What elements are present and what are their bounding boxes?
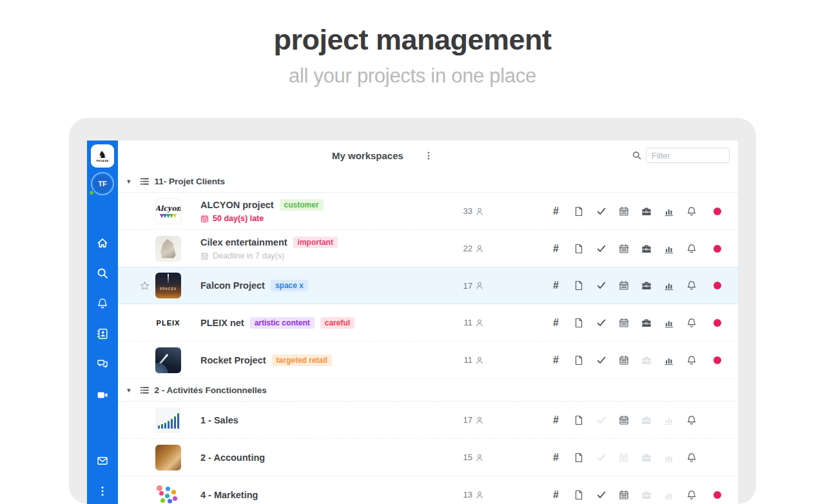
bell-icon[interactable] bbox=[680, 452, 703, 463]
check-icon[interactable] bbox=[590, 452, 612, 463]
document-icon[interactable] bbox=[567, 244, 590, 254]
check-icon[interactable] bbox=[590, 244, 612, 254]
sidebar-more-icon[interactable] bbox=[87, 485, 118, 497]
chart-icon[interactable] bbox=[657, 355, 680, 365]
check-icon[interactable] bbox=[590, 318, 612, 328]
document-icon[interactable] bbox=[567, 355, 590, 365]
project-tag[interactable]: space x bbox=[271, 280, 308, 291]
bell-icon[interactable] bbox=[680, 244, 703, 254]
status-dot[interactable] bbox=[713, 282, 721, 289]
sidebar-search-icon[interactable] bbox=[87, 267, 118, 279]
briefcase-icon[interactable] bbox=[635, 244, 657, 254]
workspace-menu-icon[interactable]: ⋮ bbox=[424, 151, 433, 160]
status-dot[interactable] bbox=[713, 245, 721, 253]
project-row[interactable]: Alcyon ALCYON projectcustomer 50 day(s) … bbox=[118, 193, 738, 230]
briefcase-icon[interactable] bbox=[635, 490, 657, 500]
chart-icon[interactable] bbox=[657, 206, 680, 217]
check-icon[interactable] bbox=[590, 206, 612, 217]
group-header[interactable]: ▾ 2 - Activités Fonctionnelles bbox=[118, 379, 738, 402]
project-thumbnail[interactable] bbox=[155, 236, 181, 262]
hash-icon[interactable]: # bbox=[545, 489, 567, 501]
sidebar-home-icon[interactable] bbox=[87, 237, 118, 249]
sidebar-chat-icon[interactable] bbox=[87, 358, 118, 370]
bell-icon[interactable] bbox=[680, 490, 703, 500]
briefcase-icon[interactable] bbox=[635, 452, 657, 463]
chart-icon[interactable] bbox=[657, 452, 680, 463]
hash-icon[interactable]: # bbox=[545, 206, 567, 217]
calendar-icon[interactable] bbox=[612, 280, 635, 291]
group-header[interactable]: ▾ 11- Projet Clients bbox=[118, 170, 738, 193]
chart-icon[interactable] bbox=[657, 318, 680, 328]
bell-icon[interactable] bbox=[680, 355, 703, 365]
project-tag[interactable]: careful bbox=[320, 317, 354, 329]
project-row[interactable]: SPACEXFalcon Projectspace x 17# bbox=[118, 267, 738, 304]
project-thumbnail[interactable]: PLEIX bbox=[155, 310, 181, 336]
document-icon[interactable] bbox=[567, 452, 590, 463]
bell-icon[interactable] bbox=[680, 206, 703, 217]
project-row[interactable]: 2 - Accounting 15# bbox=[118, 439, 738, 476]
collapse-caret-icon[interactable]: ▾ bbox=[127, 386, 131, 394]
project-row[interactable]: PLEIXPLEIX netartistic contentcareful 11… bbox=[118, 304, 738, 342]
project-thumbnail[interactable] bbox=[155, 445, 181, 470]
hash-icon[interactable]: # bbox=[545, 354, 567, 366]
sidebar-bell-icon[interactable] bbox=[87, 298, 118, 309]
document-icon[interactable] bbox=[567, 318, 590, 328]
status-dot[interactable] bbox=[713, 319, 721, 327]
document-icon[interactable] bbox=[567, 415, 590, 425]
project-thumbnail[interactable] bbox=[155, 482, 181, 504]
briefcase-icon[interactable] bbox=[635, 318, 657, 328]
check-icon[interactable] bbox=[590, 280, 612, 291]
calendar-icon[interactable] bbox=[612, 206, 635, 217]
sidebar-contacts-icon[interactable] bbox=[87, 328, 118, 340]
briefcase-icon[interactable] bbox=[635, 280, 657, 291]
hash-icon[interactable]: # bbox=[545, 317, 567, 329]
project-row[interactable]: Cilex entertainmentimportant Deadline in… bbox=[118, 230, 738, 267]
hash-icon[interactable]: # bbox=[545, 280, 567, 291]
check-icon[interactable] bbox=[590, 415, 612, 425]
project-row[interactable]: Rocket Projecttargeted retail 11# bbox=[118, 342, 738, 379]
calendar-icon[interactable] bbox=[612, 415, 635, 425]
project-tag[interactable]: customer bbox=[280, 199, 324, 211]
hash-icon[interactable]: # bbox=[545, 243, 567, 255]
project-tag[interactable]: important bbox=[293, 237, 338, 248]
calendar-icon[interactable] bbox=[612, 452, 635, 463]
hash-icon[interactable]: # bbox=[545, 452, 567, 463]
check-icon[interactable] bbox=[590, 490, 612, 500]
filter-input[interactable] bbox=[646, 148, 730, 163]
project-thumbnail[interactable] bbox=[155, 407, 181, 433]
chart-icon[interactable] bbox=[657, 490, 680, 500]
sidebar-mail-icon[interactable] bbox=[87, 455, 118, 467]
project-row[interactable]: 4 - Marketing 13# bbox=[118, 476, 738, 504]
calendar-icon[interactable] bbox=[612, 318, 635, 328]
briefcase-icon[interactable] bbox=[635, 415, 657, 425]
chart-icon[interactable] bbox=[657, 280, 680, 291]
check-icon[interactable] bbox=[590, 355, 612, 365]
project-tag[interactable]: artistic content bbox=[250, 317, 315, 329]
bell-icon[interactable] bbox=[680, 318, 703, 328]
chart-icon[interactable] bbox=[657, 244, 680, 254]
chart-icon[interactable] bbox=[657, 415, 680, 425]
bell-icon[interactable] bbox=[680, 280, 703, 291]
calendar-icon[interactable] bbox=[612, 490, 635, 500]
collapse-caret-icon[interactable]: ▾ bbox=[127, 177, 131, 186]
status-dot[interactable] bbox=[713, 208, 721, 215]
project-row[interactable]: 1 - Sales 17# bbox=[118, 402, 738, 439]
project-thumbnail[interactable]: SPACEX bbox=[155, 273, 181, 298]
project-thumbnail[interactable]: Alcyon bbox=[155, 199, 181, 224]
sidebar-video-icon[interactable] bbox=[87, 389, 118, 401]
document-icon[interactable] bbox=[567, 490, 590, 500]
hash-icon[interactable]: # bbox=[545, 414, 567, 426]
app-logo[interactable]: ♞ PEGASE bbox=[91, 144, 114, 168]
calendar-icon[interactable] bbox=[612, 244, 635, 254]
document-icon[interactable] bbox=[567, 206, 590, 217]
project-thumbnail[interactable] bbox=[155, 347, 181, 373]
bell-icon[interactable] bbox=[680, 415, 703, 425]
calendar-icon[interactable] bbox=[612, 355, 635, 365]
briefcase-icon[interactable] bbox=[635, 206, 657, 217]
status-dot[interactable] bbox=[713, 491, 721, 499]
project-tag[interactable]: targeted retail bbox=[272, 354, 332, 366]
briefcase-icon[interactable] bbox=[635, 355, 657, 365]
status-dot[interactable] bbox=[713, 356, 721, 364]
star-icon[interactable] bbox=[140, 281, 150, 291]
document-icon[interactable] bbox=[567, 280, 590, 291]
